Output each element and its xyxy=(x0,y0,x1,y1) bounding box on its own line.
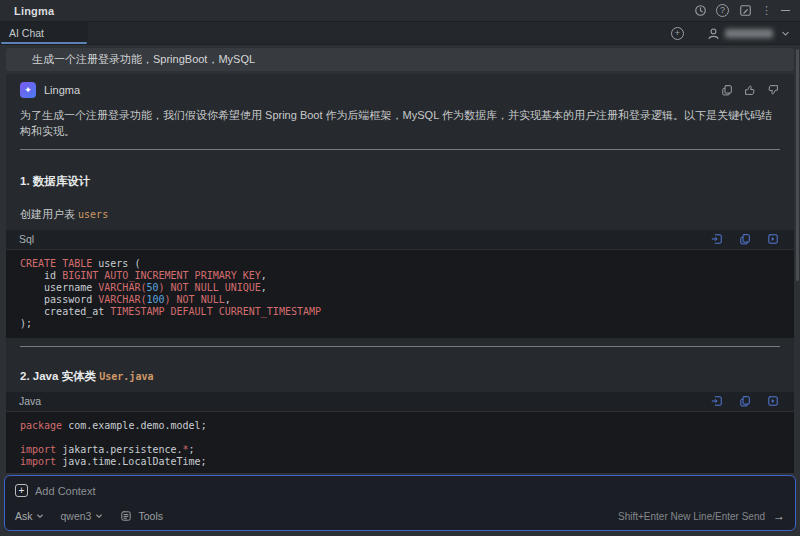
open-code-icon[interactable] xyxy=(766,394,780,408)
new-session-button[interactable]: + xyxy=(671,27,684,40)
plus-icon: + xyxy=(15,484,28,497)
thumbs-up-button[interactable] xyxy=(743,83,757,97)
new-chat-icon[interactable] xyxy=(738,4,752,18)
copy-response-button[interactable] xyxy=(720,83,734,97)
sql-code-content: CREATE TABLE users ( id BIGINT AUTO_INCR… xyxy=(6,250,794,338)
java-code-header: Java xyxy=(6,392,794,412)
user-message: 生成一个注册登录功能，SpringBoot，MySQL xyxy=(6,48,794,71)
send-arrow-icon[interactable]: → xyxy=(773,509,785,523)
tools-label: Tools xyxy=(138,510,163,522)
chat-input-box[interactable]: + Add Context Ask qwen3 Tools Shi xyxy=(4,475,796,531)
send-hint: Shift+Enter New Line/Enter Send xyxy=(618,511,765,522)
history-icon[interactable] xyxy=(693,4,707,18)
code-lang-label: Sql xyxy=(19,233,34,245)
add-context-label: Add Context xyxy=(35,485,96,497)
user-message-text: 生成一个注册登录功能，SpringBoot，MySQL xyxy=(32,52,255,67)
mode-select[interactable]: Ask xyxy=(15,510,45,522)
copy-code-icon[interactable] xyxy=(738,232,752,246)
open-code-icon[interactable] xyxy=(766,232,780,246)
scrollbar-thumb[interactable] xyxy=(796,49,799,281)
lingma-window: { "titlebar": { "title": "Lingma" }, "ta… xyxy=(0,0,800,536)
minimize-icon[interactable] xyxy=(781,10,790,12)
chevron-down-icon xyxy=(36,512,45,521)
account-menu[interactable] xyxy=(706,26,792,40)
add-context-button[interactable]: + Add Context xyxy=(15,484,785,497)
copy-code-icon[interactable] xyxy=(738,394,752,408)
model-select[interactable]: qwen3 xyxy=(61,510,104,522)
java-code-block: Java xyxy=(6,392,794,473)
chevron-down-icon xyxy=(94,512,103,521)
java-code-content: package com.example.demo.model;import ja… xyxy=(6,412,794,473)
chat-scroll-area: 生成一个注册登录功能，SpringBoot，MySQL ✦ Lingma xyxy=(0,46,800,473)
section1-text: 创建用户表 users xyxy=(6,189,794,222)
tools-icon xyxy=(119,509,133,523)
code-lang-label: Java xyxy=(19,395,41,407)
person-icon xyxy=(706,26,720,40)
sql-code-block: Sql xyxy=(6,230,794,338)
tools-toggle[interactable]: Tools xyxy=(119,509,163,523)
section1-heading: 1. 数据库设计 xyxy=(6,150,794,189)
titlebar: Lingma ? ⋮ xyxy=(0,0,800,22)
sparkle-icon: ✦ xyxy=(24,86,32,95)
lingma-avatar: ✦ xyxy=(20,82,36,98)
more-icon[interactable]: ⋮ xyxy=(761,5,772,16)
chevron-down-icon xyxy=(778,26,792,40)
sql-code-header: Sql xyxy=(6,230,794,250)
tabbar: AI Chat + xyxy=(0,22,800,45)
input-controls: Ask qwen3 Tools Shift+Enter New Line/Ent… xyxy=(15,509,785,523)
assistant-header: ✦ Lingma xyxy=(6,74,794,98)
inline-code-userjava: User.java xyxy=(99,371,153,382)
section2-heading: 2. Java 实体类 User.java xyxy=(6,347,794,384)
tab-ai-chat[interactable]: AI Chat xyxy=(0,22,88,44)
thumbs-down-button[interactable] xyxy=(766,83,780,97)
assistant-message: ✦ Lingma xyxy=(6,74,794,473)
insert-code-icon[interactable] xyxy=(710,394,724,408)
insert-code-icon[interactable] xyxy=(710,232,724,246)
help-icon[interactable]: ? xyxy=(716,4,729,17)
tab-label: AI Chat xyxy=(9,27,44,39)
assistant-name: Lingma xyxy=(44,84,80,96)
account-name-redacted xyxy=(725,29,773,38)
assistant-intro: 为了生成一个注册登录功能，我们假设你希望使用 Spring Boot 作为后端框… xyxy=(6,98,794,140)
app-title: Lingma xyxy=(14,5,54,17)
inline-code-users: users xyxy=(78,209,108,220)
